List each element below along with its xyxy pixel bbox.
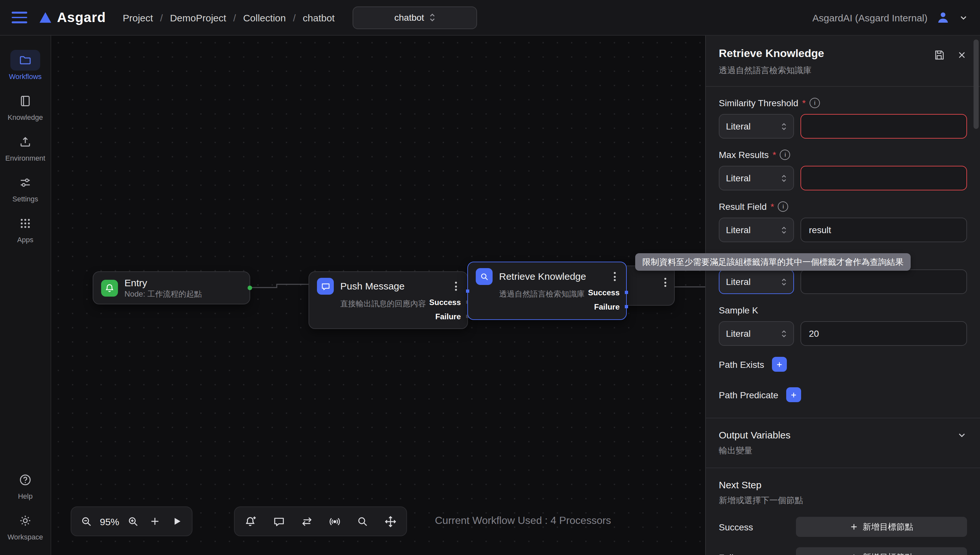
- similarity-mode-select[interactable]: Literal: [719, 114, 794, 139]
- select-value: Literal: [726, 225, 751, 235]
- next-step-title: Next Step: [719, 479, 967, 490]
- chevron-down-icon[interactable]: [959, 13, 968, 22]
- add-path-predicate-button[interactable]: [786, 387, 801, 402]
- field-label: Sample K: [719, 305, 758, 315]
- workflow-usage-status: Current Workflow Used : 4 Processors: [435, 515, 611, 526]
- node-menu-icon[interactable]: [611, 269, 618, 284]
- breadcrumb-collection[interactable]: Collection: [243, 12, 286, 23]
- filter-tags-mode-select[interactable]: Literal: [719, 269, 794, 294]
- swap-arrows-icon[interactable]: [297, 510, 316, 533]
- plus-icon: [850, 553, 858, 555]
- add-entry-node-icon[interactable]: [241, 510, 261, 533]
- zoom-out-icon[interactable]: [76, 510, 96, 533]
- breadcrumb-chatbot[interactable]: chatbot: [303, 12, 335, 23]
- zoom-in-icon[interactable]: [123, 510, 143, 533]
- folder-icon: [10, 50, 40, 71]
- node-entry[interactable]: Entry Node: 工作流程的起點: [93, 271, 250, 305]
- add-icon[interactable]: [145, 510, 165, 533]
- filter-tags-input[interactable]: [800, 269, 967, 294]
- result-field-mode-select[interactable]: Literal: [719, 218, 794, 242]
- search-node-icon: [476, 268, 492, 285]
- broadcast-icon[interactable]: [325, 510, 344, 533]
- sidebar-item-environment[interactable]: Environment: [5, 132, 45, 162]
- field-label: Similarity Threshold: [719, 98, 798, 108]
- max-results-input[interactable]: [800, 166, 967, 190]
- node-subtitle: Node: 工作流程的起點: [124, 289, 202, 299]
- info-icon[interactable]: i: [780, 149, 790, 160]
- node-menu-icon[interactable]: [452, 279, 460, 294]
- success-output-label: Success: [588, 286, 620, 300]
- breadcrumb-project[interactable]: Project: [123, 12, 153, 23]
- breadcrumb-demoproject[interactable]: DemoProject: [170, 12, 226, 23]
- field-similarity-threshold: Similarity Threshold * i Literal: [719, 98, 967, 139]
- failure-output-label: Failure: [435, 310, 461, 324]
- message-icon: [317, 278, 334, 295]
- sidebar-item-knowledge[interactable]: Knowledge: [8, 91, 43, 121]
- output-port[interactable]: [247, 286, 252, 290]
- save-icon[interactable]: [933, 49, 945, 61]
- next-step-section: Next Step 新增或選擇下一個節點 Success 新增目標節點 Fail…: [719, 468, 967, 555]
- success-port[interactable]: [625, 291, 628, 294]
- select-chevrons-icon: [781, 277, 787, 287]
- move-icon[interactable]: [380, 510, 400, 533]
- select-value: Literal: [726, 276, 751, 287]
- node-retrieve-knowledge[interactable]: Retrieve Knowledge 透過自然語言檢索知識庫 Success F…: [467, 261, 627, 320]
- node-title: Retrieve Knowledge: [499, 271, 586, 282]
- sidebar-item-workspace[interactable]: Workspace: [8, 510, 43, 541]
- select-chevrons-icon: [781, 122, 787, 131]
- panel-subtitle: 透過自然語言檢索知識庫: [719, 65, 824, 76]
- node-title: Push Message: [340, 281, 404, 292]
- user-icon[interactable]: [936, 10, 950, 25]
- sidebar-label: Settings: [12, 195, 38, 203]
- info-icon[interactable]: i: [778, 201, 789, 212]
- sidebar-item-help[interactable]: Help: [10, 470, 40, 500]
- output-variables-title: Output Variables: [719, 429, 790, 440]
- sidebar-label: Apps: [17, 236, 34, 244]
- max-results-mode-select[interactable]: Literal: [719, 166, 794, 190]
- search-icon[interactable]: [352, 510, 372, 533]
- similarity-input[interactable]: [800, 114, 967, 139]
- grid-dots-icon: [10, 213, 40, 234]
- add-failure-target-button[interactable]: 新增目標節點: [796, 547, 967, 555]
- workflow-select[interactable]: chatbot: [353, 6, 477, 29]
- info-icon[interactable]: i: [809, 98, 820, 108]
- account-area: AsgardAI (Asgard Internal): [813, 10, 968, 25]
- required-marker: *: [802, 98, 806, 108]
- sample-k-mode-select[interactable]: Literal: [719, 321, 794, 346]
- button-label: 新增目標節點: [863, 552, 913, 555]
- entry-node-icon: [101, 280, 118, 297]
- required-marker: *: [771, 201, 774, 212]
- close-icon[interactable]: [957, 50, 967, 60]
- node-push-message[interactable]: Push Message 直接輸出訊息的回應內容 Success Failure: [309, 271, 468, 329]
- sidebar-item-workflows[interactable]: Workflows: [9, 50, 42, 80]
- add-path-exists-button[interactable]: [772, 357, 787, 372]
- path-predicate-row: Path Predicate: [719, 387, 967, 402]
- breadcrumb-separator: /: [160, 12, 163, 23]
- input-port[interactable]: [466, 289, 469, 292]
- result-field-input[interactable]: [800, 218, 967, 242]
- failure-port[interactable]: [625, 305, 628, 308]
- select-chevrons-icon: [781, 329, 787, 338]
- sidebar-label: Workspace: [8, 533, 43, 541]
- path-predicate-label: Path Predicate: [719, 390, 779, 400]
- sidebar: Workflows Knowledge Environment Settings…: [0, 35, 51, 555]
- menu-icon[interactable]: [12, 12, 27, 23]
- filter-tags-tooltip: 限制資料至少需要滿足該組標籤清單的其中一個標籤才會作為查詢結果: [635, 253, 911, 271]
- message-node-icon[interactable]: [269, 510, 288, 533]
- select-value: Literal: [726, 121, 751, 132]
- sidebar-item-settings[interactable]: Settings: [10, 172, 40, 203]
- run-icon[interactable]: [167, 510, 187, 533]
- field-label: Result Field: [719, 201, 767, 212]
- panel-header: Retrieve Knowledge 透過自然語言檢索知識庫: [706, 35, 980, 87]
- logo[interactable]: Asgard: [39, 10, 106, 25]
- select-value: Literal: [726, 173, 751, 183]
- sidebar-item-apps[interactable]: Apps: [10, 213, 40, 244]
- field-label: Max Results: [719, 149, 769, 160]
- zoom-level: 95%: [98, 516, 121, 527]
- add-success-target-button[interactable]: 新增目標節點: [796, 517, 967, 537]
- sample-k-input[interactable]: [800, 321, 967, 346]
- scrollbar-thumb[interactable]: [974, 40, 979, 129]
- chevron-down-icon[interactable]: [957, 430, 967, 440]
- node-menu-icon[interactable]: [662, 275, 669, 289]
- breadcrumb-separator: /: [293, 12, 296, 23]
